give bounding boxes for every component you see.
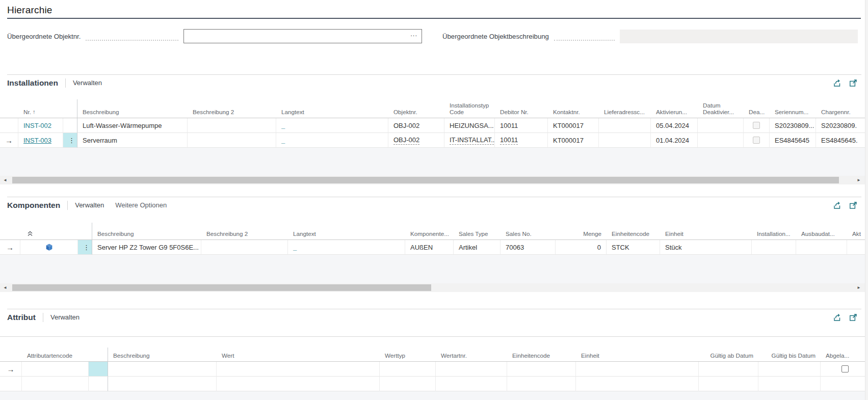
grid-cell[interactable]: [380, 362, 436, 377]
grid-cell[interactable]: S20230809...: [770, 118, 816, 133]
row-options-dots-icon[interactable]: ⋮: [68, 137, 75, 144]
grid-cell[interactable]: [758, 377, 821, 391]
scrollbar-thumb[interactable]: [12, 284, 431, 291]
col-header-kontaktnr[interactable]: Kontaktnr.: [548, 99, 599, 118]
grid-cell[interactable]: [796, 240, 847, 255]
parent-object-no-input[interactable]: ...: [183, 29, 422, 43]
grid-cell[interactable]: 05.04.2024: [651, 118, 698, 133]
grid-cell[interactable]: [758, 362, 821, 377]
grid-cell[interactable]: [821, 377, 865, 391]
grid-cell[interactable]: Luft-Wasser-Wärmepumpe: [77, 118, 188, 133]
komponenten-horizontal-scrollbar[interactable]: ◄ ►: [0, 283, 865, 292]
grid-cell[interactable]: [576, 362, 699, 377]
grid-cell[interactable]: [507, 362, 576, 377]
grid-cell[interactable]: [576, 377, 699, 391]
col-header-beschreibung-2[interactable]: Beschreibung 2: [188, 99, 276, 118]
scroll-right-icon[interactable]: ►: [855, 283, 863, 292]
share-icon[interactable]: [832, 78, 841, 88]
grid-cell[interactable]: AUßEN: [405, 240, 454, 255]
grid-cell[interactable]: STCK: [607, 240, 660, 255]
col-header-beschreibung-2[interactable]: Beschreibung 2: [201, 223, 288, 239]
col-header-lieferadressc[interactable]: Lieferadressc...: [599, 99, 651, 118]
grid-cell[interactable]: [436, 377, 507, 391]
grid-cell[interactable]: 10011: [495, 133, 548, 148]
grid-cell[interactable]: INST-002: [18, 118, 63, 133]
col-header-wertartnr[interactable]: Wertartnr.: [436, 348, 507, 361]
checkbox[interactable]: [841, 365, 849, 372]
grid-cell[interactable]: Stück: [660, 240, 752, 255]
parent-object-no-input-field[interactable]: [184, 30, 422, 43]
col-header-werttyp[interactable]: Werttyp: [380, 348, 436, 361]
grid-cell[interactable]: KT000017: [548, 118, 599, 133]
grid-cell[interactable]: Artikel: [454, 240, 501, 255]
col-header-objektnr[interactable]: Objektnr.: [388, 99, 444, 118]
col-header-seriennum[interactable]: Seriennum...: [770, 99, 816, 118]
grid-cell[interactable]: 0: [556, 240, 607, 255]
col-header-gültig-ab-datum[interactable]: Gültig ab Datum: [699, 348, 758, 361]
grid-cell[interactable]: 01.04.2024: [651, 133, 698, 148]
open-in-new-window-icon[interactable]: [849, 78, 858, 88]
col-header-sales-no[interactable]: Sales No.: [501, 223, 556, 239]
grid-cell[interactable]: _: [288, 240, 405, 255]
checkbox[interactable]: [753, 122, 760, 129]
grid-cell[interactable]: [699, 362, 758, 377]
col-header-einheitencode[interactable]: Einheitencode: [507, 348, 576, 361]
cell-text[interactable]: _: [281, 122, 285, 129]
scroll-left-icon[interactable]: ◄: [1, 176, 9, 184]
grid-cell[interactable]: [599, 118, 651, 133]
col-header-gültig-bis-datum[interactable]: Gültig bis Datum: [758, 348, 821, 361]
cell-text[interactable]: _: [281, 137, 285, 144]
col-header-wert[interactable]: Wert: [217, 348, 380, 361]
row-options-cell[interactable]: ⋮: [78, 240, 92, 255]
grid-cell[interactable]: [108, 377, 217, 391]
grid-cell[interactable]: 10011: [495, 118, 548, 133]
col-header-datum-deaktivier[interactable]: Datum Deaktivier...: [698, 99, 744, 118]
scroll-right-icon[interactable]: ►: [855, 176, 863, 184]
grid-cell[interactable]: [108, 362, 217, 377]
grid-cell[interactable]: ES4845645: [770, 133, 816, 148]
grid-cell[interactable]: [22, 362, 89, 377]
komponenten-menu-verwalten[interactable]: Verwalten: [75, 201, 104, 209]
open-in-new-window-icon[interactable]: [849, 313, 858, 322]
grid-cell[interactable]: [698, 118, 744, 133]
grid-cell[interactable]: [507, 377, 576, 391]
col-header-sales-type[interactable]: Sales Type: [454, 223, 501, 239]
col-header-ausbaudat[interactable]: Ausbaudat...: [796, 223, 847, 239]
row-options-dots-icon[interactable]: ⋮: [83, 244, 90, 251]
grid-cell[interactable]: [217, 377, 380, 391]
col-header-installation[interactable]: Installation...: [752, 223, 796, 239]
col-header-langtext[interactable]: Langtext: [288, 223, 405, 239]
grid-cell[interactable]: _: [276, 118, 388, 133]
grid-cell[interactable]: [380, 377, 436, 391]
grid-cell[interactable]: INST-003: [18, 133, 63, 148]
grid-cell[interactable]: [699, 377, 758, 391]
vertical-scrollbar[interactable]: [865, 0, 868, 400]
grid-cell[interactable]: ES4845645.: [816, 133, 865, 148]
col-header-debitor-nr[interactable]: Debitor Nr.: [495, 99, 548, 118]
col-header-dea[interactable]: Dea...: [744, 99, 770, 118]
grid-cell[interactable]: [188, 118, 276, 133]
grid-cell[interactable]: [22, 377, 89, 391]
checkbox-cell[interactable]: [821, 362, 865, 377]
komponenten-menu-weitere-optionen[interactable]: Weitere Optionen: [115, 201, 167, 209]
grid-cell[interactable]: [752, 240, 796, 255]
col-header-abgela[interactable]: Abgela...: [821, 348, 865, 361]
share-icon[interactable]: [832, 201, 841, 210]
installationen-menu-verwalten[interactable]: Verwalten: [73, 79, 102, 87]
checkbox[interactable]: [753, 137, 760, 144]
attribut-menu-verwalten[interactable]: Verwalten: [50, 313, 80, 321]
item-type-cell[interactable]: [20, 240, 78, 255]
share-icon[interactable]: [832, 313, 841, 322]
grid-cell[interactable]: [201, 240, 288, 255]
open-in-new-window-icon[interactable]: [849, 201, 858, 210]
grid-cell[interactable]: Serverraum: [77, 133, 188, 148]
checkbox-cell[interactable]: [744, 118, 770, 133]
col-header-einheitencode[interactable]: Einheitencode: [607, 223, 660, 239]
scroll-left-icon[interactable]: ◄: [1, 283, 9, 292]
grid-cell[interactable]: [599, 133, 651, 148]
grid-cell[interactable]: [217, 362, 380, 377]
row-options-cell[interactable]: [89, 377, 108, 391]
grid-cell[interactable]: 70063: [501, 240, 556, 255]
grid-cell[interactable]: IT-INSTALLAT...: [444, 133, 495, 148]
grid-cell[interactable]: OBJ-002: [388, 133, 444, 148]
